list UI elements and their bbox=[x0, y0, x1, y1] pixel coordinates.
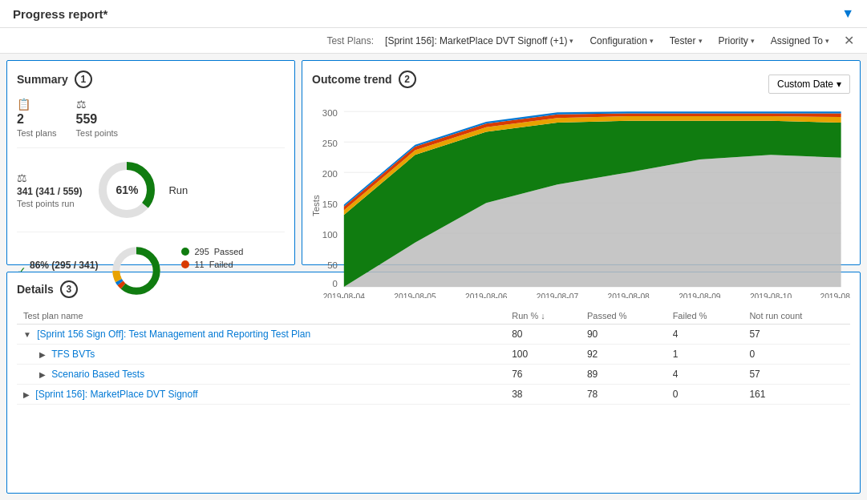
svg-text:50: 50 bbox=[327, 260, 338, 270]
svg-text:300: 300 bbox=[322, 108, 338, 118]
passed-value: 295 bbox=[194, 247, 209, 256]
row-plan-name: ▶ Scenario Based Tests bbox=[17, 364, 505, 384]
details-table-header: Test plan name Run % ↓ Passed % Failed %… bbox=[17, 308, 850, 325]
custom-date-label: Custom Date bbox=[777, 79, 833, 90]
test-plan-filter-value: [Sprint 156]: MarketPlace DVT Signoff (+… bbox=[385, 35, 567, 46]
svg-text:Tests: Tests bbox=[312, 195, 321, 216]
details-table: Test plan name Run % ↓ Passed % Failed %… bbox=[17, 308, 850, 405]
svg-text:0: 0 bbox=[333, 279, 338, 288]
svg-text:2019-08-08: 2019-08-08 bbox=[607, 292, 650, 298]
table-row[interactable]: ▶ TFS BVTs 100 92 1 0 bbox=[17, 344, 850, 364]
test-points-run-count: 341 (341 / 559) bbox=[17, 186, 82, 197]
test-points-label: Test points bbox=[76, 128, 119, 138]
trend-title: Outcome trend bbox=[312, 73, 392, 86]
svg-text:200: 200 bbox=[322, 169, 338, 179]
svg-text:150: 150 bbox=[322, 200, 338, 209]
svg-text:100: 100 bbox=[322, 230, 338, 240]
row-not-run-count: 161 bbox=[743, 384, 850, 404]
table-row[interactable]: ▶ Scenario Based Tests 76 89 4 57 bbox=[17, 364, 850, 384]
svg-text:2019-08-07: 2019-08-07 bbox=[537, 292, 579, 298]
row-failed-pct: 4 bbox=[666, 324, 743, 344]
summary-panel: Summary 1 📋 2 Test plans ⚖ 559 Test poin… bbox=[6, 60, 295, 265]
test-plan-filter-label: Test Plans: bbox=[326, 35, 374, 46]
main-content: Summary 1 📋 2 Test plans ⚖ 559 Test poin… bbox=[0, 54, 867, 500]
plan-name-link[interactable]: [Sprint 156 Sign Off]: Test Management a… bbox=[37, 329, 310, 340]
test-plans-label: Test plans bbox=[17, 128, 57, 138]
row-failed-pct: 1 bbox=[666, 344, 743, 364]
passed-label: Passed bbox=[214, 247, 244, 256]
test-plan-chevron-icon: ▾ bbox=[569, 37, 573, 45]
expand-icon[interactable]: ▶ bbox=[23, 390, 30, 399]
configuration-filter[interactable]: Configuration ▾ bbox=[585, 34, 658, 48]
config-chevron-icon: ▾ bbox=[650, 37, 654, 45]
title-bar: Progress report* ▼ bbox=[0, 0, 867, 28]
assigned-to-filter[interactable]: Assigned To ▾ bbox=[766, 34, 834, 48]
summary-mid: ⚖ 341 (341 / 559) Test points run 61% bbox=[17, 158, 285, 232]
row-run-pct: 80 bbox=[505, 324, 581, 344]
row-run-pct: 76 bbox=[505, 364, 581, 384]
priority-filter[interactable]: Priority ▾ bbox=[714, 34, 760, 48]
filter-bar: Test Plans: [Sprint 156]: MarketPlace DV… bbox=[0, 28, 867, 54]
svg-text:2019-08-11: 2019-08-11 bbox=[820, 292, 850, 298]
svg-text:2019-08-05: 2019-08-05 bbox=[394, 292, 436, 298]
expand-icon[interactable]: ▶ bbox=[39, 350, 46, 359]
run-donut-chart: 61% bbox=[95, 158, 159, 222]
expand-icon[interactable]: ▶ bbox=[39, 370, 46, 379]
trend-badge: 2 bbox=[399, 71, 416, 88]
row-failed-pct: 0 bbox=[666, 384, 743, 404]
test-points-count: 559 bbox=[76, 112, 119, 127]
filter-icon[interactable]: ▼ bbox=[841, 6, 854, 21]
row-passed-pct: 92 bbox=[581, 344, 666, 364]
tester-filter-label: Tester bbox=[670, 35, 696, 46]
tester-filter[interactable]: Tester ▾ bbox=[665, 34, 707, 48]
row-run-pct: 38 bbox=[505, 384, 581, 404]
priority-filter-label: Priority bbox=[719, 35, 748, 46]
test-points-run-label: Test points run bbox=[17, 199, 82, 208]
page-title: Progress report* bbox=[13, 7, 107, 21]
details-title: Details bbox=[17, 283, 54, 296]
row-not-run-count: 0 bbox=[743, 344, 850, 364]
tester-chevron-icon: ▾ bbox=[699, 37, 703, 45]
run-text-label: Run bbox=[168, 184, 188, 196]
failed-value: 11 bbox=[194, 260, 204, 269]
outcome-trend-panel: Outcome trend 2 Custom Date ▾ 300 250 20… bbox=[302, 60, 861, 265]
col-run-pct: Run % ↓ bbox=[505, 308, 581, 325]
priority-chevron-icon: ▾ bbox=[751, 37, 755, 45]
col-test-plan-name: Test plan name bbox=[17, 308, 505, 325]
assigned-to-chevron-icon: ▾ bbox=[825, 37, 829, 45]
test-points-stat: ⚖ 559 Test points bbox=[76, 98, 119, 138]
row-passed-pct: 89 bbox=[581, 364, 666, 384]
row-passed-pct: 90 bbox=[581, 324, 666, 344]
details-table-body: ▼ [Sprint 156 Sign Off]: Test Management… bbox=[17, 324, 850, 404]
summary-badge: 1 bbox=[75, 71, 92, 88]
custom-date-button[interactable]: Custom Date ▾ bbox=[768, 75, 850, 94]
col-passed-pct: Passed % bbox=[581, 308, 666, 325]
col-failed-pct: Failed % bbox=[666, 308, 743, 325]
configuration-filter-label: Configuration bbox=[589, 35, 646, 46]
row-not-run-count: 57 bbox=[743, 324, 850, 344]
expand-icon[interactable]: ▼ bbox=[23, 330, 31, 339]
table-row[interactable]: ▶ [Sprint 156]: MarketPlace DVT Signoff … bbox=[17, 384, 850, 404]
svg-text:2019-08-09: 2019-08-09 bbox=[679, 292, 721, 298]
row-plan-name: ▶ [Sprint 156]: MarketPlace DVT Signoff bbox=[17, 384, 505, 404]
table-row[interactable]: ▼ [Sprint 156 Sign Off]: Test Management… bbox=[17, 324, 850, 344]
details-panel: Details 3 Test plan name Run % ↓ Passed … bbox=[6, 272, 861, 494]
svg-text:2019-08-06: 2019-08-06 bbox=[465, 292, 508, 298]
test-plans-icon: 📋 bbox=[17, 98, 57, 111]
passed-dot bbox=[181, 248, 189, 256]
failed-dot bbox=[181, 260, 189, 268]
details-badge: 3 bbox=[60, 280, 78, 298]
col-not-run-count: Not run count bbox=[743, 308, 850, 325]
test-plan-filter[interactable]: [Sprint 156]: MarketPlace DVT Signoff (+… bbox=[380, 34, 578, 48]
pass-rate-donut-chart bbox=[107, 242, 165, 300]
plan-name-link[interactable]: [Sprint 156]: MarketPlace DVT Signoff bbox=[35, 389, 197, 400]
top-row: Summary 1 📋 2 Test plans ⚖ 559 Test poin… bbox=[6, 60, 861, 265]
test-points-run-icon: ⚖ bbox=[17, 171, 82, 184]
trend-header: Outcome trend 2 Custom Date ▾ bbox=[312, 71, 850, 98]
plan-name-link[interactable]: TFS BVTs bbox=[51, 349, 95, 360]
close-button[interactable]: ✕ bbox=[841, 33, 857, 48]
summary-title: Summary bbox=[17, 73, 68, 86]
plan-name-link[interactable]: Scenario Based Tests bbox=[51, 369, 144, 380]
row-plan-name: ▶ TFS BVTs bbox=[17, 344, 505, 364]
chart-area: 300 250 200 150 100 50 0 Tests bbox=[312, 104, 850, 298]
